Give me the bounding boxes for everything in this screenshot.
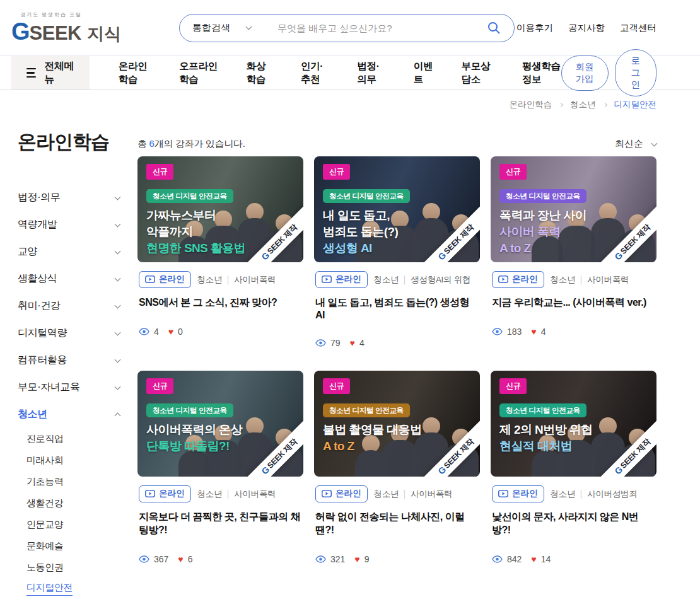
online-tag[interactable]: 온라인 bbox=[315, 485, 368, 502]
course-stats: 4 ♥ 0 bbox=[139, 327, 302, 337]
chevron-down-icon bbox=[115, 356, 121, 362]
views-icon bbox=[139, 328, 149, 335]
course-title[interactable]: 지옥보다 더 끔찍한 곳, 친구들과의 채팅방?! bbox=[139, 511, 302, 537]
search-button[interactable] bbox=[486, 20, 501, 35]
chevron-down-icon bbox=[115, 194, 121, 200]
all-menu-button[interactable]: 전체메뉴 bbox=[11, 56, 90, 90]
views-count: 4 bbox=[154, 327, 159, 337]
link-support[interactable]: 고객센터 bbox=[620, 22, 656, 34]
course-stats: 183 ♥ 4 bbox=[492, 327, 655, 337]
nav-item-parent[interactable]: 부모상담소 bbox=[462, 60, 494, 86]
course-thumbnail[interactable]: 신규 청소년 디지털 안전교육 내 일도 돕고, 범죄도 돕는(?) 생성형 A… bbox=[314, 156, 480, 262]
series-pill: 청소년 디지털 안전교육 bbox=[146, 403, 233, 417]
new-badge: 신규 bbox=[499, 164, 527, 180]
course-title[interactable]: 내 일도 돕고, 범죄도 돕는(?) 생성형 AI bbox=[315, 296, 479, 321]
chevron-down-icon bbox=[115, 275, 121, 281]
site-logo[interactable]: 경기도 평생학습 포털 GSEEK 지식 bbox=[11, 12, 121, 43]
utility-links: 이용후기 공지사항 고객센터 bbox=[516, 22, 656, 34]
likes-count: 6 bbox=[188, 554, 193, 564]
online-tag[interactable]: 온라인 bbox=[315, 271, 368, 288]
search-scope-dropdown[interactable]: 통합검색 bbox=[192, 22, 251, 34]
sub-item-future[interactable]: 미래사회 bbox=[26, 449, 120, 471]
series-pill: 청소년 디지털 안전교육 bbox=[323, 189, 410, 203]
course-title[interactable]: 허락 없이 전송되는 나체사진, 이럴 땐?! bbox=[315, 511, 479, 537]
views-count: 842 bbox=[507, 554, 522, 564]
course-title[interactable]: SNS에서 본 그 소식, 진짜 맞아? bbox=[139, 296, 302, 310]
sub-item-basics[interactable]: 기초능력 bbox=[26, 471, 120, 492]
nav-item-legal[interactable]: 법정·의무 bbox=[357, 60, 385, 86]
sidebar-item-parenting[interactable]: 부모·자녀교육 bbox=[18, 374, 120, 401]
sort-dropdown[interactable]: 최신순 bbox=[615, 138, 656, 150]
sidebar-item-youth[interactable]: 청소년 bbox=[18, 401, 120, 428]
new-badge: 신규 bbox=[146, 378, 173, 394]
play-icon bbox=[322, 275, 332, 283]
course-thumbnail[interactable]: 신규 청소년 디지털 안전교육 사이버폭력의 온상 단톡방 따돌림?! GSEE… bbox=[137, 371, 303, 477]
chevron-down-icon bbox=[115, 248, 121, 254]
likes-count: 0 bbox=[178, 327, 183, 337]
sub-item-career[interactable]: 진로직업 bbox=[26, 428, 120, 449]
breadcrumb-item[interactable]: 청소년 bbox=[570, 99, 596, 110]
sub-item-digital-safety[interactable]: 디지털안전 bbox=[26, 578, 120, 597]
link-notices[interactable]: 공지사항 bbox=[568, 22, 605, 34]
likes-icon: ♥ bbox=[531, 554, 536, 564]
likes-icon: ♥ bbox=[354, 554, 359, 564]
course-card: 신규 청소년 디지털 안전교육 제 2의 N번방 위협 현실적 대처법 GSEE… bbox=[491, 371, 656, 564]
course-stats: 321 ♥ 9 bbox=[315, 554, 479, 564]
views-count: 367 bbox=[154, 554, 168, 564]
views-icon bbox=[492, 328, 503, 335]
likes-count: 9 bbox=[365, 554, 370, 564]
course-category: 청소년│생성형AI의 위협 bbox=[374, 274, 471, 286]
course-thumbnail[interactable]: 신규 청소년 디지털 안전교육 폭력과 장난 사이 사이버 폭력 A to Z … bbox=[491, 156, 656, 262]
likes-count: 4 bbox=[359, 338, 365, 348]
online-tag[interactable]: 온라인 bbox=[492, 485, 544, 502]
series-pill: 청소년 디지털 안전교육 bbox=[146, 189, 233, 203]
sidebar-item-legal[interactable]: 법정·의무 bbox=[18, 184, 120, 211]
course-title[interactable]: 낯선이의 문자, 사라지지 않은 N번방?! bbox=[492, 511, 655, 537]
course-thumbnail[interactable]: 신규 청소년 디지털 안전교육 가짜뉴스부터 악플까지 현명한 SNS 활용법 … bbox=[137, 156, 303, 262]
series-pill: 청소년 디지털 안전교육 bbox=[499, 403, 586, 417]
online-tag[interactable]: 온라인 bbox=[492, 271, 544, 288]
new-badge: 신규 bbox=[499, 378, 527, 394]
nav-item-online[interactable]: 온라인학습 bbox=[119, 60, 151, 86]
nav-item-lifelong[interactable]: 평생학습정보 bbox=[522, 60, 561, 86]
sub-item-arts[interactable]: 문화예술 bbox=[26, 535, 120, 557]
chevron-down-icon bbox=[115, 302, 121, 308]
online-tag[interactable]: 온라인 bbox=[139, 485, 191, 502]
main-area: 온라인학습 법정·의무 역량개발 교양 생활상식 취미·건강 디지털역량 컴퓨터… bbox=[0, 110, 700, 597]
course-thumbnail[interactable]: 신규 청소년 디지털 안전교육 불법 촬영물 대응법 A to Z GSEEK … bbox=[314, 371, 480, 477]
views-icon bbox=[492, 555, 503, 563]
course-title[interactable]: 지금 우리학교는... (사이버폭력 ver.) bbox=[492, 296, 655, 310]
likes-icon: ♥ bbox=[178, 554, 183, 564]
sidebar-item-digital[interactable]: 디지털역량 bbox=[18, 320, 120, 347]
chevron-right-icon bbox=[602, 102, 607, 107]
views-icon bbox=[315, 555, 326, 563]
sidebar-item-computer[interactable]: 컴퓨터활용 bbox=[18, 347, 120, 374]
login-button[interactable]: 로그인 bbox=[615, 49, 656, 96]
sub-item-humanities[interactable]: 인문교양 bbox=[26, 514, 120, 535]
link-reviews[interactable]: 이용후기 bbox=[516, 22, 553, 34]
chevron-down-icon bbox=[651, 140, 658, 146]
search-input[interactable] bbox=[277, 23, 486, 33]
nav-item-event[interactable]: 이벤트 bbox=[414, 60, 433, 86]
nav-item-popular[interactable]: 인기·추천 bbox=[301, 60, 329, 86]
sub-item-health[interactable]: 생활건강 bbox=[26, 492, 120, 514]
nav-item-video[interactable]: 화상학습 bbox=[247, 60, 272, 86]
online-tag[interactable]: 온라인 bbox=[139, 271, 191, 288]
sidebar-item-competency[interactable]: 역량개발 bbox=[18, 211, 120, 238]
breadcrumb: 온라인학습 청소년 디지털안전 bbox=[0, 90, 700, 110]
nav-item-offline[interactable]: 오프라인학습 bbox=[179, 60, 218, 86]
course-list-section: 총 6개의 강좌가 있습니다. 최신순 신규 청소년 디지털 안전교육 가짜뉴스… bbox=[137, 129, 656, 597]
signup-button[interactable]: 회원가입 bbox=[561, 55, 609, 91]
logo-tagline: 경기도 평생학습 포털 bbox=[20, 12, 121, 18]
nav-items: 온라인학습 오프라인학습 화상학습 인기·추천 법정·의무 이벤트 부모상담소 … bbox=[119, 56, 561, 90]
play-icon bbox=[322, 490, 332, 497]
sidebar-item-culture[interactable]: 교양 bbox=[18, 238, 120, 265]
breadcrumb-item[interactable]: 온라인학습 bbox=[510, 99, 552, 110]
sidebar-item-hobby[interactable]: 취미·건강 bbox=[18, 293, 120, 320]
sub-item-labor[interactable]: 노동인권 bbox=[26, 557, 120, 578]
new-badge: 신규 bbox=[323, 378, 350, 394]
course-thumbnail[interactable]: 신규 청소년 디지털 안전교육 제 2의 N번방 위협 현실적 대처법 GSEE… bbox=[491, 371, 656, 477]
auth-buttons: 회원가입 로그인 bbox=[561, 56, 656, 90]
sidebar-item-life[interactable]: 생활상식 bbox=[18, 265, 120, 293]
logo-text: GSEEK 지식 bbox=[11, 20, 121, 43]
